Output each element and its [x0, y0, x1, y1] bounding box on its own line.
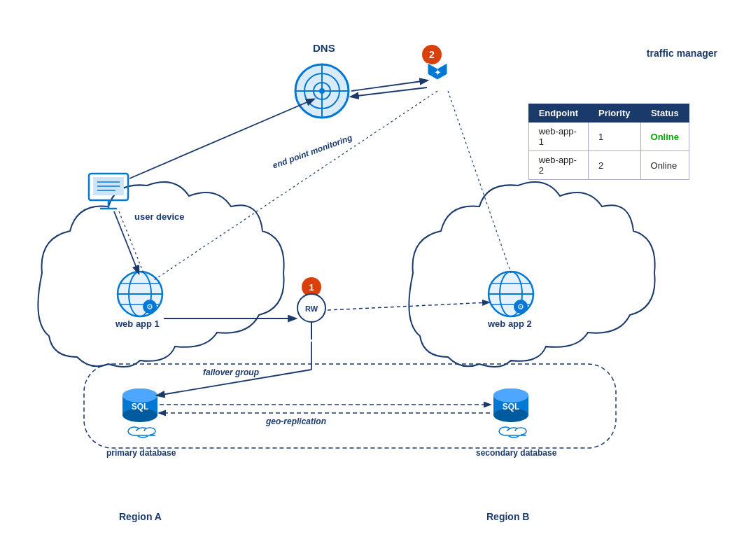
- svg-point-0: [295, 64, 349, 118]
- web-app-1-icon: ⚙: [118, 272, 162, 316]
- sql-secondary-icon: SQL: [493, 388, 528, 438]
- svg-text:RW: RW: [305, 304, 318, 313]
- endpoint-2: web-app-2: [528, 151, 588, 180]
- traffic-manager-table: Endpoint Priority Status web-app-1 1 Onl…: [528, 104, 689, 180]
- arrow-device-to-dns: [129, 99, 314, 178]
- svg-point-19: [118, 272, 162, 316]
- svg-point-44: [128, 427, 141, 435]
- diagram-container: traffic manager Endpoint Priority Status…: [0, 0, 744, 560]
- svg-point-32: [514, 300, 528, 314]
- col-status: Status: [640, 104, 689, 122]
- svg-point-54: [499, 427, 512, 435]
- svg-point-45: [136, 428, 150, 438]
- secondary-database-label: secondary database: [476, 448, 556, 458]
- geo-replication-label: geo-replication: [266, 416, 326, 426]
- svg-point-41: [122, 408, 157, 422]
- svg-point-24: [143, 300, 157, 314]
- svg-point-36: [297, 294, 325, 322]
- svg-point-18: [118, 272, 162, 316]
- svg-point-20: [129, 272, 151, 316]
- dns-label: DNS: [313, 42, 335, 54]
- svg-point-51: [493, 408, 528, 422]
- svg-point-4: [319, 88, 325, 94]
- user-device-icon: [89, 174, 128, 209]
- svg-rect-11: [89, 174, 128, 200]
- svg-marker-9: [428, 63, 447, 80]
- web-app-1-label: web app 1: [115, 318, 160, 329]
- svg-text:SQL: SQL: [132, 402, 149, 412]
- failover-group-label: failover group: [203, 368, 259, 377]
- svg-point-55: [507, 428, 521, 438]
- traffic-manager-title: traffic manager: [647, 48, 717, 59]
- endpoint-1: web-app-1: [528, 122, 588, 151]
- svg-rect-12: [93, 177, 124, 195]
- svg-text:1: 1: [309, 282, 314, 293]
- priority-1: 1: [589, 122, 641, 151]
- svg-point-49: [493, 388, 528, 402]
- primary-database-label: primary database: [106, 448, 176, 458]
- traffic-manager-icon: 2 ✦: [422, 45, 447, 80]
- svg-point-46: [144, 428, 155, 435]
- svg-point-42: [122, 388, 157, 402]
- traffic-manager-section: traffic manager Endpoint Priority Status…: [647, 48, 717, 62]
- svg-point-2: [304, 74, 339, 108]
- cloud-region-a: [38, 182, 283, 367]
- svg-point-27: [489, 272, 533, 316]
- svg-point-3: [314, 83, 330, 99]
- endpoint-monitoring-label: end point monitoring: [272, 132, 354, 170]
- svg-text:SQL: SQL: [503, 402, 520, 412]
- dotted-tm-to-webapp2: [448, 91, 511, 273]
- svg-point-26: [489, 272, 533, 316]
- status-1: Online: [640, 122, 689, 151]
- user-device-label: user device: [134, 211, 185, 222]
- arrow-rw-to-webapp2: [328, 302, 489, 310]
- col-endpoint: Endpoint: [528, 104, 588, 122]
- svg-rect-40: [122, 396, 157, 415]
- svg-point-34: [302, 277, 321, 297]
- status-2: Online: [640, 151, 689, 180]
- svg-rect-50: [493, 396, 528, 415]
- table-row: web-app-2 2 Online: [528, 151, 689, 180]
- svg-text:✦: ✦: [434, 67, 442, 78]
- svg-point-39: [122, 388, 157, 402]
- col-priority: Priority: [589, 104, 641, 122]
- dns-icon: [295, 64, 349, 118]
- dotted-tm-to-webapp1: [154, 91, 437, 280]
- svg-text:⚙: ⚙: [146, 302, 153, 311]
- failover-group-rect: [84, 364, 616, 448]
- svg-rect-57: [505, 431, 521, 436]
- svg-point-7: [422, 45, 442, 64]
- main-diagram-svg: 2 ✦: [0, 0, 744, 560]
- svg-text:2: 2: [429, 49, 435, 60]
- svg-point-1: [295, 64, 349, 118]
- arrow-dns-to-tm: [351, 80, 427, 91]
- rw-marker: 1 RW: [297, 277, 325, 340]
- svg-point-52: [493, 388, 528, 402]
- sql-primary-icon: SQL: [122, 388, 157, 438]
- svg-text:⚙: ⚙: [517, 302, 524, 311]
- table-row: web-app-1 1 Online: [528, 122, 689, 151]
- region-a-label: Region A: [119, 511, 162, 522]
- priority-2: 2: [589, 151, 641, 180]
- web-app-2-icon: ⚙: [489, 272, 533, 316]
- region-b-label: Region B: [486, 511, 529, 522]
- web-app-2-label: web app 2: [488, 318, 532, 329]
- arrow-tm-to-dns: [351, 88, 427, 97]
- cloud-region-b: [409, 182, 654, 367]
- svg-point-56: [515, 428, 526, 435]
- svg-rect-47: [134, 431, 150, 436]
- svg-point-28: [500, 272, 522, 316]
